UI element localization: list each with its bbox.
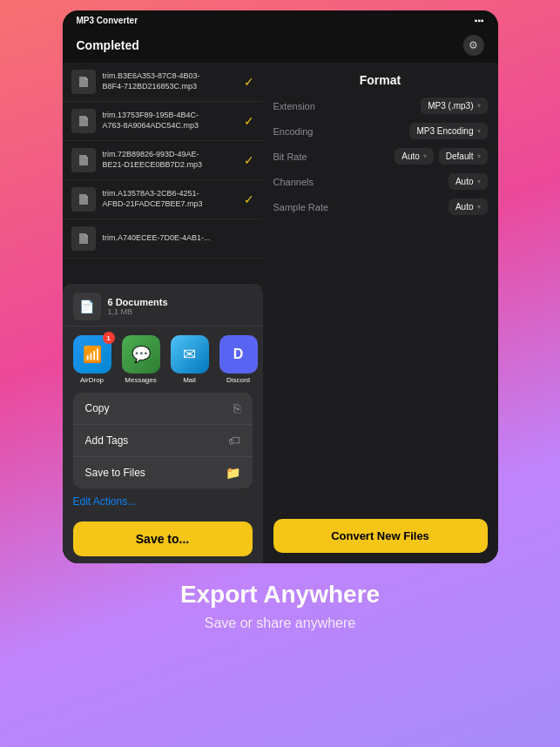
messages-symbol: 💬 [132,345,151,364]
save-to-files-label: Save to Files [85,467,145,479]
mail-symbol: ✉ [183,345,196,364]
channels-select[interactable]: Auto ▾ [449,173,488,190]
status-bar: MP3 Converter ▪▪▪ [63,10,498,30]
file-icon [71,226,96,251]
airdrop-label: AirDrop [80,376,104,384]
channels-row: Channels Auto ▾ [273,173,488,190]
channels-value: Auto [455,177,474,186]
sample-rate-select[interactable]: Auto ▾ [449,199,488,215]
share-app-mail[interactable]: ✉ Mail [171,335,209,384]
share-doc-icon: 📄 [73,293,101,320]
file-checkmark: ✓ [244,114,254,128]
document-icon: 📄 [79,299,94,313]
file-name: trim.B3E6A353-87C8-4B03-B8F4-712BD216853… [103,71,239,91]
sample-rate-value: Auto [455,202,474,212]
file-panel: trim.B3E6A353-87C8-4B03-B8F4-712BD216853… [63,63,263,563]
discord-symbol: D [233,347,244,362]
share-actions: Copy ⎘ Add Tags 🏷 Save to Files 📁 [73,393,253,488]
convert-button-label: Convert New Files [331,529,429,542]
gear-icon: ⚙ [469,39,478,51]
app-header: Completed ⚙ [63,30,498,63]
messages-label: Messages [125,376,156,384]
bitrate-selects: Auto ▾ Default ▾ [395,148,487,165]
extension-row: Extension MP3 (.mp3) ▾ [273,98,488,114]
chevron-down-icon: ▾ [477,102,481,110]
sample-rate-row: Sample Rate Auto ▾ [273,199,488,215]
export-title: Export Anywhere [180,581,380,609]
bitrate-label: Bit Rate [273,151,307,162]
extension-value: MP3 (.mp3) [428,101,473,111]
airdrop-symbol: 📶 [83,345,102,364]
copy-action[interactable]: Copy ⎘ [73,393,253,425]
edit-actions-button[interactable]: Edit Actions... [63,488,263,515]
app-header-title: Completed [77,38,139,52]
encoding-select[interactable]: MP3 Encoding ▾ [409,123,487,139]
bitrate-default-value: Default [446,151,474,161]
file-name: trim.A13578A3-2CB6-4251-AFBD-21FADCE7BEE… [103,189,239,209]
share-app-messages[interactable]: 💬 Messages [122,335,160,384]
file-checkmark: ✓ [244,192,254,206]
file-icon [71,187,96,212]
bitrate-default-select[interactable]: Default ▾ [439,148,488,165]
share-apps-row: 📶 1 AirDrop 💬 Messages ✉ [63,326,263,393]
status-right: ▪▪▪ [475,16,484,25]
badge: 1 [103,332,115,344]
file-checkmark: ✓ [244,75,254,89]
app-name-label: MP3 Converter [77,16,138,25]
format-title: Format [273,73,488,87]
encoding-label: Encoding [273,126,314,137]
extension-label: Extension [273,101,315,111]
battery-icon: ▪▪▪ [475,16,484,25]
folder-icon: 📁 [226,466,240,480]
chevron-down-icon: ▾ [477,152,481,160]
bitrate-auto-select[interactable]: Auto ▾ [395,148,434,165]
save-to-button[interactable]: Save to... [73,522,253,556]
copy-icon: ⎘ [233,401,240,415]
convert-button[interactable]: Convert New Files [273,519,488,553]
format-panel: Format Extension MP3 (.mp3) ▾ Encoding M… [263,63,498,563]
extension-select[interactable]: MP3 (.mp3) ▾ [421,98,487,114]
chevron-down-icon: ▾ [477,203,481,211]
file-icon [71,148,96,172]
copy-label: Copy [85,402,110,414]
file-item[interactable]: trim.72B89826-993D-49AE-BE21-D1EECE0BB7D… [63,141,263,180]
encoding-row: Encoding MP3 Encoding ▾ [273,123,488,139]
file-name: trim.A740ECEE-7D0E-4AB1-... [103,233,254,244]
messages-icon: 💬 [122,335,160,374]
discord-icon: D [219,335,258,374]
bitrate-auto-value: Auto [401,151,420,161]
share-header: 📄 6 Documents 1,1 MB [63,284,263,326]
save-to-files-action[interactable]: Save to Files 📁 [73,457,253,488]
share-doc-row: 📄 6 Documents 1,1 MB [73,293,253,320]
app-content: trim.B3E6A353-87C8-4B03-B8F4-712BD216853… [63,63,498,563]
chevron-down-icon: ▾ [477,178,481,185]
file-checkmark: ✓ [244,153,254,167]
bitrate-row: Bit Rate Auto ▾ Default ▾ [273,148,488,165]
share-app-airdrop[interactable]: 📶 1 AirDrop [73,335,111,384]
file-item[interactable]: trim.A13578A3-2CB6-4251-AFBD-21FADCE7BEE… [63,180,263,219]
mail-icon: ✉ [171,335,209,374]
file-icon [71,70,96,94]
mail-label: Mail [183,376,196,384]
airdrop-icon: 📶 1 [73,335,111,374]
share-app-discord[interactable]: D Discord [219,335,258,384]
sample-rate-label: Sample Rate [273,202,329,212]
file-item[interactable]: trim.13753F89-195B-4B4C-A763-8A9064ADC54… [63,102,263,141]
bottom-section: Export Anywhere Save or share anywhere [163,563,397,649]
share-sheet: 📄 6 Documents 1,1 MB 📶 1 [63,284,263,563]
channels-label: Channels [273,177,314,187]
file-item[interactable]: trim.A740ECEE-7D0E-4AB1-... [63,219,263,259]
share-doc-title: 6 Documents [108,297,168,307]
discord-label: Discord [226,376,250,384]
file-name: trim.13753F89-195B-4B4C-A763-8A9064ADC54… [103,111,239,131]
export-subtitle: Save or share anywhere [180,616,380,631]
settings-icon[interactable]: ⚙ [463,35,484,56]
chevron-down-icon: ▾ [477,127,481,135]
file-icon [71,109,96,133]
file-item[interactable]: trim.B3E6A353-87C8-4B03-B8F4-712BD216853… [63,63,263,102]
edit-actions-label: Edit Actions... [73,495,137,508]
add-tags-action[interactable]: Add Tags 🏷 [73,425,253,457]
tag-icon: 🏷 [228,434,240,448]
file-name: trim.72B89826-993D-49AE-BE21-D1EECE0BB7D… [103,150,239,170]
tablet-frame: MP3 Converter ▪▪▪ Completed ⚙ trim.B3E6A… [63,10,498,563]
